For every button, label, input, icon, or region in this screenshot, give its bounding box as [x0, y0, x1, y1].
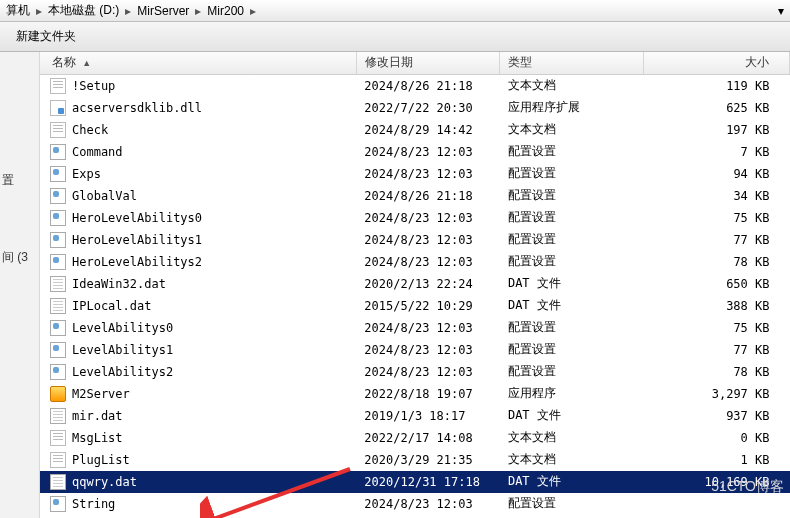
table-row[interactable]: mir.dat2019/1/3 18:17DAT 文件937 KB: [40, 405, 790, 427]
breadcrumb-seg-1[interactable]: 本地磁盘 (D:): [46, 2, 121, 19]
file-name-cell[interactable]: GlobalVal: [40, 185, 356, 207]
sort-asc-icon: ▲: [79, 58, 91, 68]
table-row[interactable]: qqwry.dat2020/12/31 17:18DAT 文件10,169 KB: [40, 471, 790, 493]
file-name-label: LevelAbilitys0: [72, 321, 173, 335]
file-type-cell: 配置设置: [500, 361, 644, 383]
table-row[interactable]: M2Server2022/8/18 19:07应用程序3,297 KB: [40, 383, 790, 405]
file-name-label: Command: [72, 145, 123, 159]
table-row[interactable]: HeroLevelAbilitys22024/8/23 12:03配置设置78 …: [40, 251, 790, 273]
file-name-cell[interactable]: Command: [40, 141, 356, 163]
file-name-cell[interactable]: HeroLevelAbilitys2: [40, 251, 356, 273]
file-type-cell: DAT 文件: [500, 273, 644, 295]
file-name-label: GlobalVal: [72, 189, 137, 203]
table-row[interactable]: HeroLevelAbilitys02024/8/23 12:03配置设置75 …: [40, 207, 790, 229]
file-name-cell[interactable]: acserversdklib.dll: [40, 97, 356, 119]
column-header-date[interactable]: 修改日期: [356, 52, 500, 74]
file-name-label: Check: [72, 123, 108, 137]
file-name-cell[interactable]: M2Server: [40, 383, 356, 405]
file-type-cell: 文本文档: [500, 74, 644, 97]
breadcrumb-seg-0[interactable]: 算机: [4, 2, 32, 19]
ini-icon: [50, 364, 66, 380]
file-type-cell: 配置设置: [500, 317, 644, 339]
file-size-cell: 77 KB: [643, 339, 789, 361]
table-row[interactable]: acserversdklib.dll2022/7/22 20:30应用程序扩展6…: [40, 97, 790, 119]
table-row[interactable]: LevelAbilitys22024/8/23 12:03配置设置78 KB: [40, 361, 790, 383]
sidebar-item-1[interactable]: 间 (3: [2, 249, 37, 266]
file-date-cell: 2022/2/17 14:08: [356, 427, 500, 449]
breadcrumb-seg-2[interactable]: MirServer: [135, 4, 191, 18]
table-row[interactable]: LevelAbilitys02024/8/23 12:03配置设置75 KB: [40, 317, 790, 339]
file-size-cell: 119 KB: [643, 74, 789, 97]
table-row[interactable]: Command2024/8/23 12:03配置设置7 KB: [40, 141, 790, 163]
file-size-cell: 388 KB: [643, 295, 789, 317]
file-type-cell: 文本文档: [500, 449, 644, 471]
file-size-cell: 94 KB: [643, 163, 789, 185]
ini-icon: [50, 188, 66, 204]
file-type-cell: 配置设置: [500, 141, 644, 163]
table-row[interactable]: HeroLevelAbilitys12024/8/23 12:03配置设置77 …: [40, 229, 790, 251]
file-name-cell[interactable]: HeroLevelAbilitys1: [40, 229, 356, 251]
column-header-type[interactable]: 类型: [500, 52, 644, 74]
file-size-cell: 937 KB: [643, 405, 789, 427]
table-row[interactable]: !Setup2024/8/26 21:18文本文档119 KB: [40, 74, 790, 97]
chevron-right-icon: ▸: [191, 4, 205, 18]
file-name-cell[interactable]: Check: [40, 119, 356, 141]
table-row[interactable]: GlobalVal2024/8/26 21:18配置设置34 KB: [40, 185, 790, 207]
file-name-cell[interactable]: mir.dat: [40, 405, 356, 427]
ini-icon: [50, 342, 66, 358]
table-row[interactable]: LevelAbilitys12024/8/23 12:03配置设置77 KB: [40, 339, 790, 361]
table-row[interactable]: PlugList2020/3/29 21:35文本文档1 KB: [40, 449, 790, 471]
table-row[interactable]: Check2024/8/29 14:42文本文档197 KB: [40, 119, 790, 141]
file-name-cell[interactable]: String: [40, 493, 356, 515]
table-row[interactable]: MsgList2022/2/17 14:08文本文档0 KB: [40, 427, 790, 449]
file-size-cell: 34 KB: [643, 185, 789, 207]
file-name-cell[interactable]: LevelAbilitys2: [40, 361, 356, 383]
file-name-cell[interactable]: IPLocal.dat: [40, 295, 356, 317]
file-date-cell: 2024/8/23 12:03: [356, 493, 500, 515]
file-size-cell: 78 KB: [643, 251, 789, 273]
table-row[interactable]: Exps2024/8/23 12:03配置设置94 KB: [40, 163, 790, 185]
file-name-label: qqwry.dat: [72, 475, 137, 489]
ini-icon: [50, 144, 66, 160]
file-name-cell[interactable]: IdeaWin32.dat: [40, 273, 356, 295]
ini-icon: [50, 496, 66, 512]
column-header-name[interactable]: 名称 ▲: [40, 52, 356, 74]
file-type-cell: 配置设置: [500, 185, 644, 207]
column-header-size[interactable]: 大小: [643, 52, 789, 74]
file-type-cell: DAT 文件: [500, 471, 644, 493]
file-date-cell: 2022/7/22 20:30: [356, 97, 500, 119]
file-size-cell: 3,297 KB: [643, 383, 789, 405]
file-name-cell[interactable]: HeroLevelAbilitys0: [40, 207, 356, 229]
table-row[interactable]: IdeaWin32.dat2020/2/13 22:24DAT 文件650 KB: [40, 273, 790, 295]
file-name-cell[interactable]: Exps: [40, 163, 356, 185]
file-name-cell[interactable]: LevelAbilitys1: [40, 339, 356, 361]
new-folder-button[interactable]: 新建文件夹: [10, 26, 82, 47]
file-date-cell: 2024/8/23 12:03: [356, 317, 500, 339]
file-name-label: mir.dat: [72, 409, 123, 423]
file-size-cell: 7 KB: [643, 141, 789, 163]
file-name-cell[interactable]: qqwry.dat: [40, 471, 356, 493]
file-name-cell[interactable]: LevelAbilitys0: [40, 317, 356, 339]
file-type-cell: 配置设置: [500, 207, 644, 229]
file-type-cell: 应用程序: [500, 383, 644, 405]
table-row[interactable]: IPLocal.dat2015/5/22 10:29DAT 文件388 KB: [40, 295, 790, 317]
file-name-cell[interactable]: MsgList: [40, 427, 356, 449]
ini-icon: [50, 320, 66, 336]
file-list: 名称 ▲ 修改日期 类型 大小 !Setup2024/8/26 21:18文本文…: [40, 52, 790, 518]
sidebar-item-0[interactable]: 置: [2, 172, 37, 189]
file-size-cell: 75 KB: [643, 207, 789, 229]
file-date-cell: 2024/8/29 14:42: [356, 119, 500, 141]
file-name-cell[interactable]: !Setup: [40, 75, 356, 97]
file-name-cell[interactable]: PlugList: [40, 449, 356, 471]
file-type-cell: 文本文档: [500, 119, 644, 141]
file-name-label: LevelAbilitys2: [72, 365, 173, 379]
table-row[interactable]: String2024/8/23 12:03配置设置: [40, 493, 790, 515]
file-type-cell: 应用程序扩展: [500, 97, 644, 119]
dat-icon: [50, 474, 66, 490]
file-name-label: Exps: [72, 167, 101, 181]
file-name-label: !Setup: [72, 79, 115, 93]
file-name-label: MsgList: [72, 431, 123, 445]
breadcrumb-seg-3[interactable]: Mir200: [205, 4, 246, 18]
address-dropdown-icon[interactable]: ▾: [778, 4, 784, 18]
address-bar[interactable]: 算机 ▸ 本地磁盘 (D:) ▸ MirServer ▸ Mir200 ▸ ▾: [0, 0, 790, 22]
